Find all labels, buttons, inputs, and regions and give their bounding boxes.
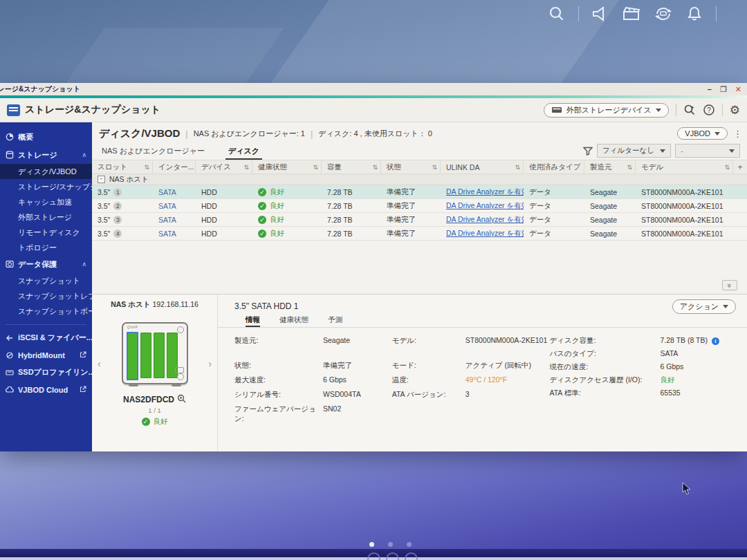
- sidebar-link-hybridmount[interactable]: HybridMount: [0, 346, 92, 364]
- global-search-icon[interactable]: [683, 104, 696, 116]
- filter-select[interactable]: フィルターなし: [597, 144, 671, 158]
- more-options-icon[interactable]: ⋮: [733, 131, 740, 137]
- add-column-button[interactable]: +: [733, 160, 747, 174]
- table-group-nas-host[interactable]: − NAS ホスト: [92, 174, 747, 185]
- sort-icon[interactable]: ⇅: [515, 164, 520, 171]
- info-icon[interactable]: i: [712, 337, 719, 345]
- chevron-down-icon: [660, 149, 665, 153]
- maximize-button[interactable]: ❐: [720, 85, 727, 94]
- window-title: ストレージ&スナップショット: [0, 84, 80, 94]
- column-capacity[interactable]: 容量⇅: [322, 160, 381, 174]
- tab-nas-enclosure[interactable]: NAS およびエンクロージャー: [99, 144, 208, 160]
- temperature-value: 49°C / 120°F: [465, 375, 548, 384]
- sidebar-item-snapshot[interactable]: スナップショット: [0, 273, 92, 288]
- external-link-icon: [80, 386, 86, 394]
- column-device[interactable]: デバイス⇅: [196, 160, 252, 174]
- tab-health[interactable]: 健康状態: [279, 315, 308, 327]
- nas-port: [177, 373, 184, 380]
- table-row[interactable]: 3.5"4 SATA HDD ✓良好 7.28 TB 準備完了 DA Drive…: [92, 227, 747, 241]
- notifications-bell-icon[interactable]: [685, 5, 703, 23]
- backup-sync-icon[interactable]: [654, 5, 673, 23]
- sidebar-item-overview[interactable]: 概要: [0, 128, 92, 146]
- sidebar-link-iscsi[interactable]: iSCSI & ファイバー...: [0, 329, 92, 346]
- disk-info-grid: 製造元:Seagate 状態:準備完了 最大速度:6 Gbps シリアル番号:W…: [218, 328, 747, 424]
- divider: [676, 104, 676, 116]
- close-button[interactable]: ✕: [735, 85, 741, 94]
- sort-icon[interactable]: ⇅: [313, 164, 318, 171]
- column-interface[interactable]: インター...⇅: [153, 160, 196, 174]
- vjbod-button[interactable]: VJBOD: [677, 127, 728, 140]
- filter-funnel-icon[interactable]: [583, 147, 593, 156]
- tab-disks[interactable]: ディスク: [225, 144, 262, 160]
- minimize-button[interactable]: –: [708, 85, 712, 93]
- divider: [722, 104, 723, 116]
- sidebar-section-data-protection[interactable]: データ保護 ∧: [0, 255, 92, 273]
- collapse-group-icon[interactable]: −: [98, 176, 105, 183]
- column-status[interactable]: 状態⇅: [381, 160, 441, 174]
- sidebar-item-remote-disk[interactable]: リモートディスク: [0, 225, 92, 240]
- nas-illustration[interactable]: QNAP: [122, 322, 188, 384]
- nas-overview-panel: NAS ホスト 192.168.11.16 ‹ › QNAP: [92, 295, 218, 451]
- sidebar-section-storage[interactable]: ストレージ ∧: [0, 146, 92, 164]
- drive-icon: [551, 106, 562, 114]
- tab-information[interactable]: 情報: [246, 315, 260, 327]
- drive-bay-3[interactable]: [154, 333, 165, 378]
- sidebar-link-vjbod-cloud[interactable]: VJBOD Cloud: [0, 381, 92, 398]
- tab-prediction[interactable]: 予測: [328, 315, 342, 327]
- column-model[interactable]: モデル⇅: [636, 160, 733, 174]
- column-ulink[interactable]: ULINK DA⇅: [441, 160, 524, 174]
- column-used-type[interactable]: 使用済みタイプ: [524, 160, 584, 174]
- sort-icon[interactable]: ⇅: [724, 164, 730, 171]
- volume-icon[interactable]: [591, 6, 609, 22]
- external-storage-device-button[interactable]: 外部ストレージデバイス: [544, 103, 669, 118]
- table-row[interactable]: 3.5"1 SATA HDD ✓良好 7.28 TB 準備完了 DA Drive…: [92, 185, 747, 199]
- page-dot[interactable]: [388, 542, 393, 547]
- nas-port: [175, 367, 184, 373]
- column-health[interactable]: 健康状態⇅: [252, 160, 322, 174]
- da-drive-analyzer-link[interactable]: DA Drive Analyzer を有効化: [446, 229, 524, 239]
- sidebar-item-external-storage[interactable]: 外部ストレージ: [0, 209, 92, 225]
- page-dot[interactable]: [369, 542, 374, 547]
- sort-icon[interactable]: ⇅: [432, 164, 437, 171]
- help-icon[interactable]: ?: [703, 104, 715, 116]
- next-enclosure-chevron[interactable]: ›: [208, 358, 212, 369]
- media-icon[interactable]: [622, 6, 641, 22]
- sidebar-item-snapshot-replica[interactable]: スナップショットレプリカ: [0, 288, 92, 304]
- overview-icon: [6, 133, 14, 141]
- zoom-magnifier-icon[interactable]: [177, 394, 186, 405]
- sidebar-section-label: データ保護: [18, 259, 57, 270]
- sort-icon[interactable]: ⇅: [372, 164, 378, 171]
- collapse-detail-button[interactable]: »: [722, 280, 737, 290]
- sort-icon[interactable]: ⇅: [243, 164, 249, 171]
- search-icon[interactable]: [548, 5, 566, 23]
- column-slot[interactable]: スロット⇅: [92, 160, 153, 174]
- window-titlebar[interactable]: ストレージ&スナップショット – ❐ ✕: [0, 83, 747, 95]
- hybridmount-icon: [6, 352, 14, 359]
- page-dot[interactable]: [407, 542, 412, 547]
- sidebar-item-topology[interactable]: トポロジー: [0, 240, 92, 255]
- sidebar-item-snapshot-vault[interactable]: スナップショットボールト: [0, 304, 92, 319]
- sort-icon[interactable]: ⇅: [627, 164, 632, 171]
- nas-power-button: [177, 326, 184, 333]
- gear-icon[interactable]: ⚙: [730, 104, 740, 116]
- nas-host-label: NAS ホスト: [111, 300, 150, 308]
- action-button[interactable]: アクション: [672, 299, 736, 314]
- drive-bay-1-selected[interactable]: [127, 332, 138, 380]
- sidebar-item-storage-snapshots[interactable]: ストレージ/スナップショ...: [0, 179, 92, 194]
- chevron-down-icon: [723, 305, 728, 308]
- da-drive-analyzer-link[interactable]: DA Drive Analyzer を有効化: [446, 201, 524, 211]
- table-row[interactable]: 3.5"2 SATA HDD ✓良好 7.28 TB 準備完了 DA Drive…: [92, 199, 747, 213]
- prev-enclosure-chevron[interactable]: ‹: [98, 358, 101, 369]
- drive-bay-2[interactable]: [140, 333, 151, 378]
- column-manufacturer[interactable]: 製造元⇅: [584, 160, 636, 174]
- sidebar-item-cache-acceleration[interactable]: キャッシュ加速: [0, 194, 92, 209]
- sort-icon[interactable]: ⇅: [144, 164, 149, 171]
- da-drive-analyzer-link[interactable]: DA Drive Analyzer を有効化: [446, 215, 524, 225]
- vjbod-cloud-icon: [6, 386, 14, 393]
- da-drive-analyzer-link[interactable]: DA Drive Analyzer を有効化: [446, 187, 524, 197]
- filter-secondary-select[interactable]: -: [675, 144, 740, 158]
- sidebar-link-ssd-profiling[interactable]: SSDプロファイリン...: [0, 364, 92, 381]
- table-row[interactable]: 3.5"3 SATA HDD ✓良好 7.28 TB 準備完了 DA Drive…: [92, 213, 747, 227]
- sidebar-item-disks-vjbod[interactable]: ディスク/VJBOD: [0, 164, 92, 179]
- sidebar-item-label: 概要: [18, 132, 33, 142]
